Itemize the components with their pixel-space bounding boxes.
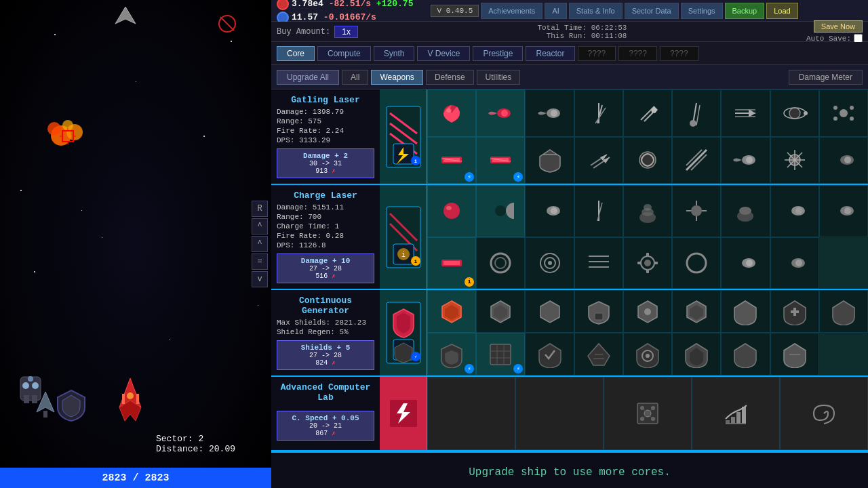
upgrade-cell[interactable]: [525, 137, 574, 184]
upgrade-cell[interactable]: [770, 137, 819, 184]
upgrade-cell[interactable]: [427, 290, 476, 333]
buy-1x-button[interactable]: 1x: [334, 26, 358, 38]
upgrade-cell[interactable]: [721, 290, 770, 333]
upgrade-cell[interactable]: [623, 237, 672, 289]
upgrade-cell[interactable]: ⚡: [476, 333, 525, 375]
shield-plus-icon: [781, 298, 808, 325]
filter-defense-button[interactable]: Defense: [426, 70, 474, 85]
nav-buttons[interactable]: R ^ ^ = v: [252, 201, 268, 287]
upgrade-cell[interactable]: [672, 290, 721, 333]
upgrade-cell[interactable]: ⚡: [476, 137, 525, 184]
cell-badge-contgen2: ⚡: [513, 364, 523, 373]
nav-up1-button[interactable]: ^: [252, 218, 268, 235]
upgrade-cell[interactable]: [525, 290, 574, 333]
upgrade-cell[interactable]: [721, 333, 770, 375]
upgrade-cell[interactable]: [721, 89, 770, 137]
contgen-upgrade-btn[interactable]: Shields + 5 27 -> 28 824 ✗: [277, 340, 374, 370]
upgrade-cell[interactable]: [525, 185, 574, 237]
tab-unknown1[interactable]: ????: [578, 46, 616, 61]
upgrade-cell[interactable]: [574, 333, 623, 375]
charge-upgrade-btn[interactable]: Damage + 10 27 -> 28 516 ✗: [277, 253, 374, 283]
upgrade-cell[interactable]: [427, 89, 476, 137]
tab-unknown3[interactable]: ????: [660, 46, 698, 61]
upgrade-cell[interactable]: [525, 333, 574, 375]
upgrade-cell[interactable]: [780, 377, 868, 450]
filter-weapons-button[interactable]: Weapons: [371, 70, 422, 85]
upgrade-cell[interactable]: [770, 237, 819, 289]
filter-utilities-button[interactable]: Utilities: [477, 70, 521, 85]
upgrade-cell[interactable]: [525, 89, 574, 137]
upgrade-all-button[interactable]: Upgrade All: [277, 70, 339, 85]
upgrade-cell[interactable]: [525, 237, 574, 289]
upgrade-cell[interactable]: [721, 137, 770, 184]
upgrade-cell[interactable]: [770, 185, 819, 237]
upgrade-cell[interactable]: [672, 185, 721, 237]
upgrade-cell[interactable]: [574, 137, 623, 184]
nav-down-button[interactable]: v: [252, 271, 268, 287]
gatling-upgrade-btn[interactable]: Damage + 2 30 -> 31 913 ✗: [277, 148, 374, 178]
svg-rect-21: [136, 394, 139, 404]
upgrade-cell[interactable]: [427, 185, 476, 237]
upgrade-cell[interactable]: [692, 377, 780, 450]
upgrade-cell[interactable]: [672, 333, 721, 375]
upgrade-cell[interactable]: i: [427, 237, 476, 289]
advcomp-upgrade-btn[interactable]: C. Speed + 0.05 20 -> 21 867 ✗: [277, 411, 374, 441]
tab-compute[interactable]: Compute: [317, 46, 371, 61]
upgrade-cell[interactable]: [672, 137, 721, 184]
upgrade-cell[interactable]: [604, 377, 692, 450]
nav-up2-button[interactable]: ^: [252, 236, 268, 252]
upgrade-cell[interactable]: [623, 185, 672, 237]
upgrade-cell[interactable]: [721, 185, 770, 237]
upgrade-cell[interactable]: [721, 237, 770, 289]
upgrade-cell[interactable]: [819, 290, 868, 333]
tab-vdevice[interactable]: V Device: [417, 46, 470, 61]
filter-all-button[interactable]: All: [342, 70, 368, 85]
tab-synth[interactable]: Synth: [374, 46, 415, 61]
upgrade-cell[interactable]: [770, 89, 819, 137]
upgrade-cell[interactable]: [623, 333, 672, 375]
damage-meter-button[interactable]: Damage Meter: [789, 70, 863, 85]
upgrade-cell[interactable]: [574, 89, 623, 137]
upgrade-cell[interactable]: [770, 290, 819, 333]
upgrade-cell[interactable]: [476, 290, 525, 333]
upgrade-cell[interactable]: [476, 237, 525, 289]
save-now-button[interactable]: Save Now: [814, 20, 863, 33]
upgrade-cell[interactable]: ⚡: [427, 137, 476, 184]
achievements-button[interactable]: Achievements: [481, 3, 542, 19]
kite-grey-icon: [830, 298, 857, 325]
upgrade-cell[interactable]: [476, 185, 525, 237]
nav-r-button[interactable]: R: [252, 201, 268, 217]
upgrade-cell[interactable]: [574, 237, 623, 289]
content-area[interactable]: Gatling Laser Damage: 1398.79 Range: 575…: [271, 89, 868, 488]
upgrade-cell[interactable]: [623, 290, 672, 333]
svg-rect-148: [793, 308, 796, 316]
upgrade-cell[interactable]: [819, 137, 868, 184]
load-button[interactable]: Load: [766, 3, 797, 19]
settings-button[interactable]: Settings: [681, 3, 723, 19]
tab-unknown2[interactable]: ????: [618, 46, 657, 61]
upgrade-cell[interactable]: ⚡: [427, 333, 476, 375]
upgrade-cell[interactable]: [476, 89, 525, 137]
upgrade-cell[interactable]: [574, 290, 623, 333]
upgrade-cell[interactable]: [623, 89, 672, 137]
upgrade-cell[interactable]: [770, 333, 819, 375]
upgrade-cell[interactable]: [819, 89, 868, 137]
tab-prestige[interactable]: Prestige: [473, 46, 523, 61]
gear-icon: [634, 249, 661, 277]
sector-data-button[interactable]: Sector Data: [625, 3, 679, 19]
upgrade-cell[interactable]: [427, 377, 515, 450]
ai-button[interactable]: AI: [545, 3, 566, 19]
upgrade-cell[interactable]: [819, 185, 868, 237]
backup-button[interactable]: Backup: [725, 3, 765, 19]
sector-label: Sector: 2: [156, 434, 235, 444]
stats-info-button[interactable]: Stats & Info: [569, 3, 623, 19]
upgrade-cell[interactable]: [672, 237, 721, 289]
small-weapon-ship: [34, 390, 58, 420]
upgrade-cell[interactable]: [623, 137, 672, 184]
nav-equals-button[interactable]: =: [252, 253, 268, 270]
upgrade-cell[interactable]: [515, 377, 604, 450]
upgrade-cell[interactable]: [672, 89, 721, 137]
upgrade-cell[interactable]: [574, 185, 623, 237]
tab-reactor[interactable]: Reactor: [526, 46, 574, 61]
tab-core[interactable]: Core: [277, 46, 315, 61]
